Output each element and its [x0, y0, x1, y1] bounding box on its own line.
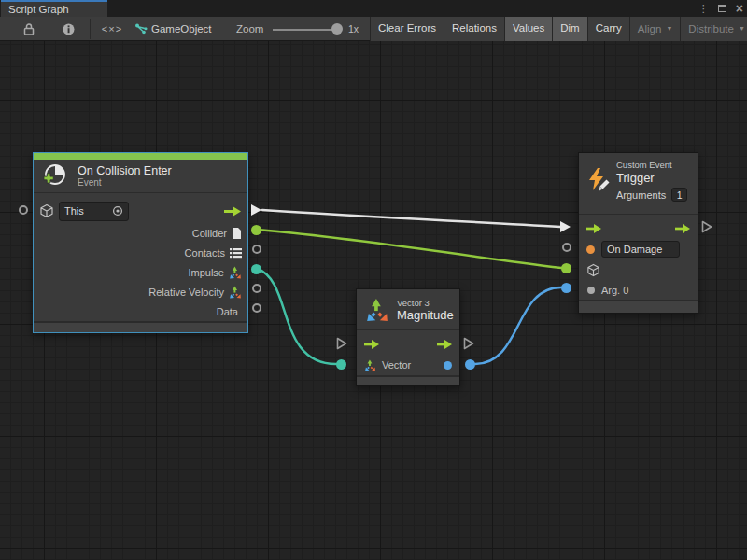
node-surtitle: Vector 3: [397, 298, 454, 308]
generic-port-dot: [587, 287, 595, 294]
node-header: Custom Event Trigger Arguments 1: [579, 153, 698, 215]
port-label-contacts: Contacts: [185, 247, 225, 259]
distribute-dropdown[interactable]: Distribute▼: [680, 17, 747, 41]
self-target-field[interactable]: This: [59, 202, 129, 221]
node-footer: [579, 301, 698, 313]
node-header: Vector 3 Magnitude: [357, 289, 459, 330]
port-target-input-connected[interactable]: [561, 263, 571, 273]
port-trigger-flow-input-connected[interactable]: [560, 221, 571, 232]
inspect-button[interactable]: [56, 17, 80, 41]
code-view-button[interactable]: <×>: [96, 17, 128, 41]
toolbar-buttons: Clear Errors Relations Values Dim Carry …: [370, 17, 747, 41]
graph-canvas[interactable]: On Collision Enter Event This: [0, 41, 747, 560]
graph-pointer-icon: [134, 17, 148, 41]
maximize-icon[interactable]: [718, 5, 726, 12]
vector3-icon: [365, 298, 389, 322]
port-magnitude-result-output-connected[interactable]: [465, 359, 475, 370]
arguments-count-field[interactable]: 1: [671, 188, 687, 202]
port-arg0-input-connected[interactable]: [561, 283, 571, 293]
flow-in-arrow-icon: [586, 224, 601, 233]
lock-icon: [23, 23, 35, 35]
graph-target-label[interactable]: GameObject: [151, 17, 212, 41]
unity-script-graph-window: Script Graph ⋮ × <×>: [0, 0, 747, 560]
vector3-icon: [364, 359, 376, 371]
gameobject-cube-icon: [586, 263, 600, 277]
align-dropdown[interactable]: Align▼: [629, 17, 681, 41]
port-label-collider: Collider: [192, 228, 227, 239]
graph-toolbar: <×> GameObject Zoom 1x Clear Errors Rela…: [0, 17, 747, 41]
wire-impulse-to-vector[interactable]: [258, 269, 336, 364]
port-label-data: Data: [217, 306, 238, 317]
port-label-impulse: Impulse: [188, 267, 224, 278]
port-flow-output-connected[interactable]: [251, 204, 261, 216]
event-name-field[interactable]: On Damage: [601, 241, 680, 258]
port-relative-velocity-output[interactable]: [252, 284, 261, 293]
wire-collider-to-target[interactable]: [258, 230, 561, 268]
custom-event-icon: [586, 167, 612, 192]
tab-script-graph[interactable]: Script Graph: [1, 0, 107, 17]
clear-errors-button[interactable]: Clear Errors: [370, 17, 444, 41]
close-icon[interactable]: ×: [736, 2, 743, 15]
carry-toggle[interactable]: Carry: [587, 17, 629, 41]
gameobject-cube-icon: [39, 203, 54, 218]
zoom-value: 1x: [348, 17, 359, 41]
port-data-output[interactable]: [252, 303, 261, 313]
node-title: On Collision Enter: [78, 164, 172, 177]
node-on-collision-enter[interactable]: On Collision Enter Event This: [33, 152, 248, 333]
window-menu-icon[interactable]: ⋮: [698, 3, 709, 15]
node-custom-event-trigger[interactable]: Custom Event Trigger Arguments 1: [578, 152, 698, 314]
zoom-slider-handle[interactable]: [331, 23, 343, 35]
relations-button[interactable]: Relations: [444, 17, 504, 41]
port-magnitude-flow-input[interactable]: [336, 337, 347, 354]
port-label-relative-velocity: Relative Velocity: [148, 287, 224, 298]
port-impulse-output-connected[interactable]: [251, 264, 261, 274]
node-footer: [34, 323, 247, 332]
node-body: Vector: [357, 330, 459, 375]
event-color-strip: [34, 153, 247, 160]
code-icon: <×>: [102, 23, 122, 35]
node-body: On Damage Arg. 0: [579, 215, 698, 300]
port-collider-output-connected[interactable]: [251, 225, 261, 235]
chevron-down-icon: ▼: [666, 25, 672, 32]
wire-magnitude-to-arg0[interactable]: [475, 287, 561, 364]
chevron-down-icon: ▼: [739, 25, 745, 32]
port-magnitude-flow-output[interactable]: [463, 337, 474, 354]
flow-out-arrow-icon: [675, 224, 690, 233]
vector3-icon: [229, 266, 242, 279]
port-contacts-output[interactable]: [252, 245, 261, 254]
flow-in-arrow-icon: [364, 340, 379, 349]
dim-toggle[interactable]: Dim: [552, 17, 586, 41]
port-event-name-input[interactable]: [562, 243, 571, 252]
string-port-dot: [586, 245, 595, 254]
collider-doc-icon: [232, 227, 242, 240]
port-label-vector: Vector: [382, 359, 411, 371]
node-subtitle: Event: [78, 177, 172, 188]
arguments-label: Arguments: [616, 189, 666, 201]
zoom-label: Zoom: [236, 17, 263, 41]
port-trigger-flow-output[interactable]: [701, 220, 712, 237]
node-body: This Collider: [34, 193, 247, 321]
node-magnitude[interactable]: Vector 3 Magnitude: [356, 288, 460, 386]
values-toggle[interactable]: Values: [504, 17, 552, 41]
port-vector-input-connected[interactable]: [336, 359, 346, 370]
node-header: On Collision Enter Event: [34, 160, 247, 193]
node-surtitle: Custom Event: [616, 160, 687, 170]
arg0-label: Arg. 0: [601, 285, 628, 296]
tab-bar: Script Graph ⋮ ×: [0, 0, 747, 17]
vector3-icon: [229, 286, 242, 299]
collision-event-icon: [41, 162, 69, 190]
node-title: Magnitude: [397, 308, 454, 322]
lock-button[interactable]: [17, 17, 41, 41]
port-this-input[interactable]: [19, 205, 28, 215]
float-output-dot: [444, 361, 452, 370]
flow-out-arrow-icon: [437, 340, 452, 349]
flow-out-arrow-icon: [224, 206, 241, 217]
node-title: Trigger: [616, 171, 687, 185]
wire-flow[interactable]: [262, 210, 560, 227]
contacts-list-icon: [230, 247, 242, 259]
info-icon: [63, 23, 75, 35]
window-controls: ⋮ ×: [698, 0, 743, 17]
node-footer: [357, 377, 459, 385]
object-picker-icon[interactable]: [112, 205, 123, 217]
tab-label: Script Graph: [8, 4, 69, 15]
